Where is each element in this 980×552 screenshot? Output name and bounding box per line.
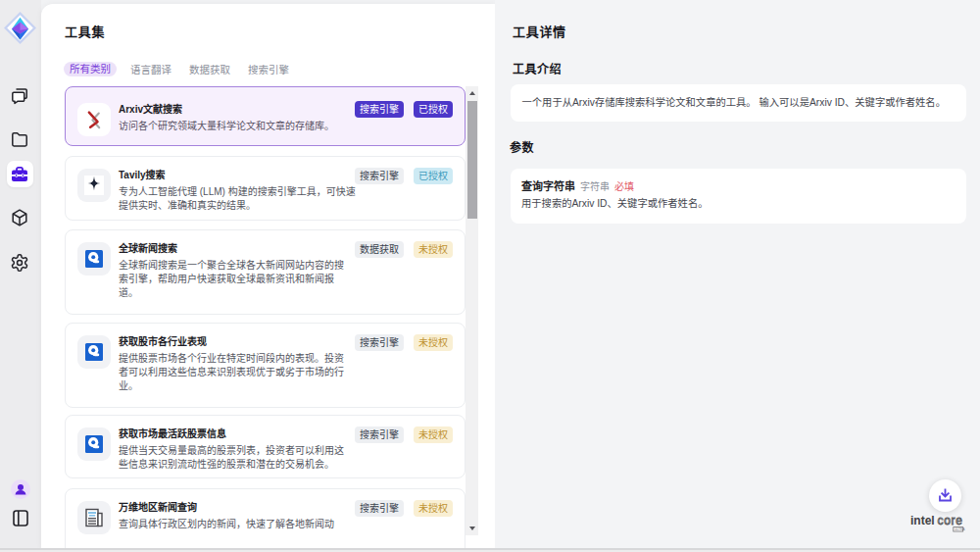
svg-text:core: core bbox=[938, 514, 963, 527]
svg-text:ULTRA: ULTRA bbox=[955, 527, 965, 531]
svg-text:intel: intel bbox=[910, 514, 935, 527]
